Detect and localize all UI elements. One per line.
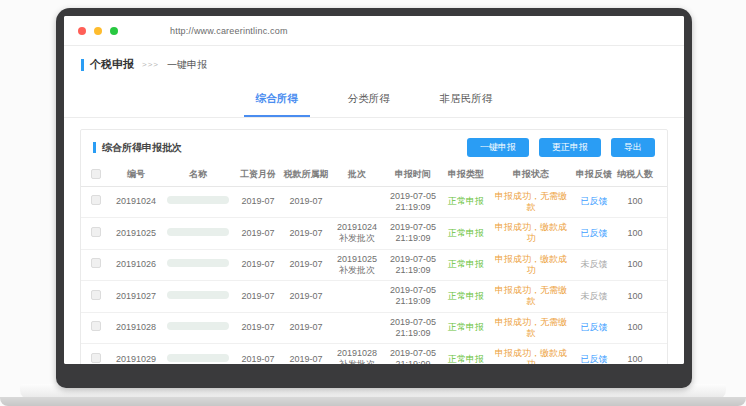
correction-declare-button[interactable]: 更正申报 bbox=[539, 138, 601, 157]
breadcrumb-section: 个税申报 bbox=[90, 57, 134, 72]
cell-clipped-amount: 11 bbox=[655, 344, 667, 365]
column-header: 纳税人数 bbox=[615, 164, 655, 186]
breadcrumb-current: 一键申报 bbox=[167, 58, 207, 72]
cell-checkbox bbox=[81, 312, 111, 344]
tab-classified-income[interactable]: 分类所得 bbox=[336, 84, 402, 117]
cell-batch-id: 20191027 bbox=[111, 281, 161, 313]
cell-name-redacted bbox=[161, 312, 235, 344]
column-header: 汇 bbox=[655, 164, 667, 186]
tab-comprehensive-income[interactable]: 综合所得 bbox=[244, 84, 310, 117]
cell-clipped-amount: 11 bbox=[655, 218, 667, 250]
cell-feedback: 未反馈 bbox=[573, 249, 615, 281]
row-checkbox[interactable] bbox=[91, 290, 101, 300]
cell-taxpayer-count: 100 bbox=[615, 218, 655, 250]
column-header: 编号 bbox=[111, 164, 161, 186]
breadcrumb-accent-bar bbox=[81, 59, 84, 71]
cell-batch-id: 20191026 bbox=[111, 249, 161, 281]
cell-batch bbox=[331, 312, 383, 344]
cell-tax-period: 2019-07 bbox=[281, 186, 331, 218]
redacted-name-pill bbox=[167, 196, 229, 204]
row-checkbox[interactable] bbox=[91, 258, 101, 268]
cell-clipped-amount: 11 bbox=[655, 312, 667, 344]
row-checkbox[interactable] bbox=[91, 195, 101, 205]
cell-batch-id: 20191025 bbox=[111, 218, 161, 250]
batch-panel: 综合所得申报批次 一键申报 更正申报 导出 bbox=[80, 129, 668, 364]
cell-feedback: 已反馈 bbox=[573, 218, 615, 250]
laptop-frame: http://www.careerintlinc.com 个税申报 >>> 一键… bbox=[56, 8, 692, 388]
cell-batch-id: 20191028 bbox=[111, 312, 161, 344]
one-click-declare-button[interactable]: 一键申报 bbox=[467, 138, 529, 157]
cell-declare-time: 2019-07-05 21:19:09 bbox=[383, 281, 443, 313]
table-row: 201910292019-072019-0720191028 补发批次2019-… bbox=[81, 344, 667, 365]
select-all-checkbox[interactable] bbox=[91, 169, 101, 179]
window-close-icon[interactable] bbox=[78, 27, 86, 35]
redacted-name-pill bbox=[167, 259, 229, 267]
redacted-name-pill bbox=[167, 322, 229, 330]
declaration-table-container: 编号名称工资月份税款所属期批次申报时间申报类型申报状态申报反馈纳税人数汇 201… bbox=[81, 164, 667, 364]
cell-name-redacted bbox=[161, 218, 235, 250]
cell-tax-period: 2019-07 bbox=[281, 281, 331, 313]
redacted-name-pill bbox=[167, 228, 229, 236]
cell-batch bbox=[331, 281, 383, 313]
cell-declare-status: 申报成功，缴款成功 bbox=[489, 344, 573, 365]
cell-taxpayer-count: 100 bbox=[615, 344, 655, 365]
panel-header: 综合所得申报批次 一键申报 更正申报 导出 bbox=[81, 130, 667, 164]
cell-taxpayer-count: 100 bbox=[615, 281, 655, 313]
cell-tax-period: 2019-07 bbox=[281, 344, 331, 365]
column-header: 批次 bbox=[331, 164, 383, 186]
cell-clipped-amount: 11 bbox=[655, 186, 667, 218]
cell-name-redacted bbox=[161, 281, 235, 313]
table-row: 201910262019-072019-0720191025 补发批次2019-… bbox=[81, 249, 667, 281]
cell-clipped-amount: 11 bbox=[655, 281, 667, 313]
cell-name-redacted bbox=[161, 344, 235, 365]
table-body: 201910242019-072019-072019-07-05 21:19:0… bbox=[81, 186, 667, 364]
cell-name-redacted bbox=[161, 186, 235, 218]
cell-checkbox bbox=[81, 186, 111, 218]
column-header: 申报时间 bbox=[383, 164, 443, 186]
row-checkbox[interactable] bbox=[91, 321, 101, 331]
cell-name-redacted bbox=[161, 249, 235, 281]
row-checkbox[interactable] bbox=[91, 353, 101, 363]
cell-declare-type: 正常申报 bbox=[443, 186, 489, 218]
cell-taxpayer-count: 100 bbox=[615, 312, 655, 344]
declaration-table: 编号名称工资月份税款所属期批次申报时间申报类型申报状态申报反馈纳税人数汇 201… bbox=[81, 164, 667, 364]
cell-salary-month: 2019-07 bbox=[235, 312, 281, 344]
cell-salary-month: 2019-07 bbox=[235, 281, 281, 313]
window-maximize-icon[interactable] bbox=[110, 27, 118, 35]
cell-declare-type: 正常申报 bbox=[443, 249, 489, 281]
redacted-name-pill bbox=[167, 354, 229, 362]
cell-declare-type: 正常申报 bbox=[443, 281, 489, 313]
column-header: 申报反馈 bbox=[573, 164, 615, 186]
breadcrumb-separator: >>> bbox=[142, 60, 159, 69]
cell-taxpayer-count: 100 bbox=[615, 249, 655, 281]
cell-salary-month: 2019-07 bbox=[235, 218, 281, 250]
cell-salary-month: 2019-07 bbox=[235, 344, 281, 365]
panel-accent-bar bbox=[93, 142, 96, 153]
laptop-base-bottom bbox=[0, 397, 746, 406]
cell-salary-month: 2019-07 bbox=[235, 249, 281, 281]
address-bar-url[interactable]: http://www.careerintlinc.com bbox=[170, 26, 288, 36]
cell-declare-time: 2019-07-05 21:19:09 bbox=[383, 344, 443, 365]
browser-bar: http://www.careerintlinc.com bbox=[64, 16, 684, 46]
cell-tax-period: 2019-07 bbox=[281, 249, 331, 281]
cell-taxpayer-count: 100 bbox=[615, 186, 655, 218]
tab-nonresident-income[interactable]: 非居民所得 bbox=[428, 84, 505, 117]
column-header: 税款所属期 bbox=[281, 164, 331, 186]
row-checkbox[interactable] bbox=[91, 227, 101, 237]
cell-declare-type: 正常申报 bbox=[443, 218, 489, 250]
export-button[interactable]: 导出 bbox=[611, 138, 655, 157]
column-header: 申报状态 bbox=[489, 164, 573, 186]
column-header: 工资月份 bbox=[235, 164, 281, 186]
cell-batch-id: 20191024 bbox=[111, 186, 161, 218]
cell-batch bbox=[331, 186, 383, 218]
cell-checkbox bbox=[81, 218, 111, 250]
cell-declare-time: 2019-07-05 21:19:09 bbox=[383, 249, 443, 281]
cell-feedback: 已反馈 bbox=[573, 312, 615, 344]
cell-batch: 20191025 补发批次 bbox=[331, 249, 383, 281]
cell-salary-month: 2019-07 bbox=[235, 186, 281, 218]
window-minimize-icon[interactable] bbox=[94, 27, 102, 35]
cell-declare-status: 申报成功，无需缴款 bbox=[489, 281, 573, 313]
page-content: 个税申报 >>> 一键申报 综合所得 分类所得 非居民所得 综合所得申报批次 一… bbox=[64, 46, 684, 364]
redacted-name-pill bbox=[167, 291, 229, 299]
cell-checkbox bbox=[81, 249, 111, 281]
